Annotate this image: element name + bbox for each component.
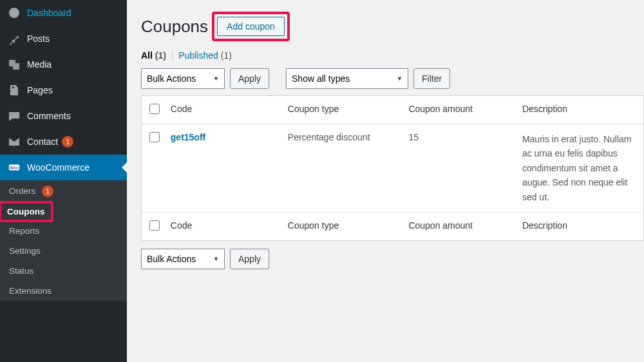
apply-button-bottom[interactable]: Apply xyxy=(230,249,269,269)
pages-icon xyxy=(8,84,21,97)
pin-icon xyxy=(8,32,21,45)
page-header: Coupons Add coupon xyxy=(141,12,644,41)
description-footer[interactable]: Description xyxy=(516,212,644,240)
submenu-item-extensions[interactable]: Extensions xyxy=(0,281,127,301)
media-icon xyxy=(8,58,21,71)
status-filters: All (1) | Published (1) xyxy=(141,50,644,61)
add-coupon-highlight: Add coupon xyxy=(212,12,290,41)
dashboard-icon xyxy=(8,6,21,19)
select-all-checkbox[interactable] xyxy=(149,104,160,114)
filter-button[interactable]: Filter xyxy=(413,68,450,89)
code-header[interactable]: Code xyxy=(164,96,281,124)
submenu-item-status[interactable]: Status xyxy=(0,261,127,281)
submenu-item-label: Coupons xyxy=(0,201,53,222)
submenu-item-coupons[interactable]: Coupons xyxy=(0,202,127,221)
apply-button[interactable]: Apply xyxy=(230,68,269,89)
coupon-type-cell: Percentage discount xyxy=(281,124,402,213)
notification-badge: 1 xyxy=(62,136,73,148)
sidebar-item-label: WooCommerce xyxy=(27,162,90,173)
table-row: get15off Percentage discount 15 Mauris i… xyxy=(142,124,644,213)
select-all-footer xyxy=(142,212,164,240)
sidebar-item-label: Media xyxy=(27,59,52,70)
coupons-table: Code Coupon type Coupon amount Descripti… xyxy=(141,95,644,241)
filter-all[interactable]: All (1) xyxy=(141,50,166,61)
admin-sidebar: Dashboard Posts Media Pages Comments Con… xyxy=(0,0,127,362)
sidebar-item-dashboard[interactable]: Dashboard xyxy=(0,0,127,26)
page-title: Coupons xyxy=(141,17,208,37)
main-content: Coupons Add coupon All (1) | Published (… xyxy=(127,0,644,362)
sidebar-item-label: Dashboard xyxy=(27,8,71,18)
select-all-checkbox[interactable] xyxy=(149,220,160,231)
coupon-amount-cell: 15 xyxy=(402,124,516,213)
add-coupon-button[interactable]: Add coupon xyxy=(217,17,285,36)
submenu-item-label: Reports xyxy=(9,226,39,236)
mail-icon xyxy=(8,135,21,148)
sidebar-item-posts[interactable]: Posts xyxy=(0,26,127,52)
sidebar-item-pages[interactable]: Pages xyxy=(0,77,127,103)
sidebar-item-label: Pages xyxy=(27,85,53,95)
type-filter-select[interactable]: Show all types xyxy=(286,68,408,89)
comments-icon xyxy=(8,110,21,122)
row-checkbox[interactable] xyxy=(149,132,160,142)
svg-text:Woo: Woo xyxy=(10,166,19,170)
description-header[interactable]: Description xyxy=(516,96,644,124)
coupon-description-cell: Mauris in erat justo. Nullam ac urna eu … xyxy=(516,124,644,213)
table-nav-top: Bulk Actions Apply Show all types Filter xyxy=(141,68,644,89)
sidebar-item-woocommerce[interactable]: Woo WooCommerce xyxy=(0,155,127,180)
submenu-item-label: Extensions xyxy=(9,286,52,296)
submenu-item-label: Settings xyxy=(9,246,41,256)
sidebar-item-media[interactable]: Media xyxy=(0,52,127,77)
sidebar-item-comments[interactable]: Comments xyxy=(0,103,127,129)
submenu-item-orders[interactable]: Orders 1 xyxy=(0,180,127,202)
submenu-item-reports[interactable]: Reports xyxy=(0,221,127,241)
separator: | xyxy=(171,50,174,61)
table-nav-bottom: Bulk Actions Apply xyxy=(141,249,644,269)
notification-badge: 1 xyxy=(42,186,53,197)
woo-icon: Woo xyxy=(8,161,21,174)
submenu-item-label: Orders xyxy=(9,186,35,196)
bulk-actions-select-bottom[interactable]: Bulk Actions xyxy=(141,249,225,269)
woocommerce-submenu: Orders 1 Coupons Reports Settings Status… xyxy=(0,180,127,301)
sidebar-item-label: Comments xyxy=(27,111,71,121)
amount-header[interactable]: Coupon amount xyxy=(402,96,516,124)
submenu-item-label: Status xyxy=(9,266,33,276)
amount-footer[interactable]: Coupon amount xyxy=(402,212,516,240)
type-header[interactable]: Coupon type xyxy=(281,96,402,124)
coupon-code-link[interactable]: get15off xyxy=(171,132,205,142)
sidebar-item-label: Posts xyxy=(27,33,50,44)
bulk-actions-select[interactable]: Bulk Actions xyxy=(141,68,225,89)
filter-published[interactable]: Published (1) xyxy=(178,50,232,61)
submenu-item-settings[interactable]: Settings xyxy=(0,241,127,261)
sidebar-item-contact[interactable]: Contact 1 xyxy=(0,129,127,155)
select-all-header xyxy=(142,96,164,124)
code-footer[interactable]: Code xyxy=(164,212,281,240)
sidebar-item-label: Contact xyxy=(27,137,58,147)
type-footer[interactable]: Coupon type xyxy=(281,212,402,240)
